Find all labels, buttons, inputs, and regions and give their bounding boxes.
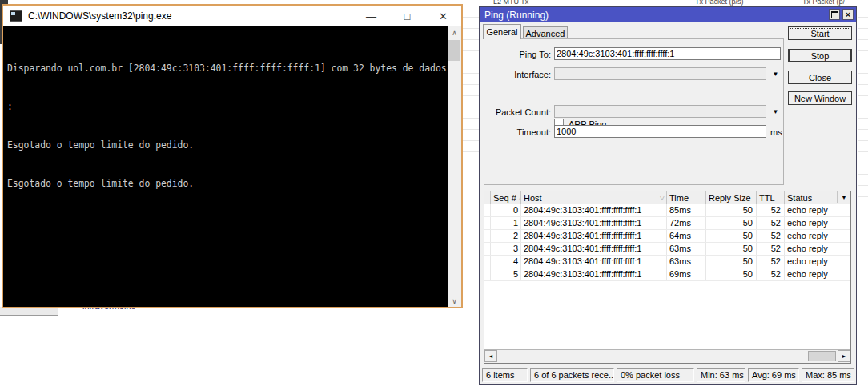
stop-button[interactable]: Stop [788, 49, 852, 62]
cell-ttl: 52 [757, 217, 785, 229]
close-icon: × [846, 10, 850, 19]
close-button[interactable]: Close [788, 71, 852, 84]
cell-time: 85ms [667, 204, 706, 216]
cell-status: echo reply [785, 243, 850, 255]
table-body: 02804:49c:3103:401:ffff:ffff:ffff:185ms5… [484, 204, 850, 281]
ping-window: Ping (Running) × General Advanced Ping T… [479, 6, 857, 385]
host-column-header[interactable]: Host ▽ [521, 191, 667, 204]
cell-status: echo reply [785, 204, 850, 216]
cell-flag [484, 230, 491, 242]
chevron-down-icon[interactable]: ▼ [770, 67, 781, 80]
tab-advanced[interactable]: Advanced [523, 26, 568, 39]
interface-combobox[interactable] [554, 67, 766, 80]
console-window: C:\WINDOWS\system32\ping.exe — □ ✕ Dispa… [2, 4, 463, 308]
packet-count-combobox[interactable] [554, 105, 766, 118]
status-items-count: 6 items [482, 368, 528, 382]
table-row[interactable]: 52804:49c:3103:401:ffff:ffff:ffff:169ms5… [484, 268, 850, 281]
ping-results-table: Seq # △ Host ▽ Time Reply Size TTL Statu… [484, 191, 851, 364]
cell-ttl: 52 [757, 204, 785, 216]
scroll-down-icon[interactable]: ∨ [448, 295, 461, 307]
filter-funnel-icon[interactable]: ▽ [660, 194, 665, 201]
table-row[interactable]: 12804:49c:3103:401:ffff:ffff:ffff:172ms5… [484, 217, 850, 230]
timeout-label: Timeout: [484, 127, 551, 137]
flag-column-header[interactable] [484, 191, 491, 204]
cell-reply_size: 50 [706, 268, 757, 280]
status-packets-received: 6 of 6 packets rece... [530, 368, 614, 382]
status-packet-loss: 0% packet loss [617, 368, 694, 382]
timeout-unit: ms [770, 127, 782, 137]
cell-flag [484, 217, 491, 229]
minimize-button[interactable]: — [353, 6, 389, 26]
scroll-up-icon[interactable]: ∧ [448, 26, 461, 38]
cell-reply_size: 50 [706, 256, 757, 268]
scroll-right-icon[interactable]: ► [838, 350, 850, 362]
cell-time: 63ms [667, 243, 706, 255]
background-table-rows [858, 6, 868, 207]
table-row[interactable]: 22804:49c:3103:401:ffff:ffff:ffff:164ms5… [484, 230, 850, 243]
status-min-time: Min: 63 ms [697, 368, 745, 382]
background-table-header-strip: L2 MTU Tx Tx Packet (p/s) Tx Packet (p/ [479, 0, 868, 6]
table-row[interactable]: 42804:49c:3103:401:ffff:ffff:ffff:163ms5… [484, 256, 850, 268]
cell-flag [484, 204, 491, 216]
cell-flag [484, 243, 491, 255]
close-button[interactable]: ✕ [425, 6, 461, 26]
maximize-button[interactable] [829, 9, 840, 20]
timeout-input[interactable] [554, 125, 766, 138]
console-titlebar[interactable]: C:\WINDOWS\system32\ping.exe — □ ✕ [3, 6, 461, 26]
chevron-down-icon[interactable]: ▼ [770, 105, 781, 118]
seq-header-label: Seq # [493, 193, 516, 203]
cell-status: echo reply [785, 268, 850, 280]
new-window-button[interactable]: New Window [788, 91, 852, 105]
console-line: Esgotado o tempo limite do pedido. [7, 177, 447, 190]
ping-to-input[interactable] [554, 47, 781, 60]
cell-host: 2804:49c:3103:401:ffff:ffff:ffff:1 [521, 256, 667, 268]
maximize-button[interactable]: □ [389, 6, 425, 26]
cell-seq: 0 [491, 204, 521, 216]
cell-reply_size: 50 [706, 230, 757, 242]
status-max-time: Max: 85 ms [802, 368, 854, 382]
cell-flag [484, 256, 491, 268]
ttl-column-header[interactable]: TTL [757, 191, 785, 204]
cell-ttl: 52 [757, 243, 785, 255]
scrollbar-thumb[interactable] [808, 351, 836, 361]
status-avg-time: Avg: 69 ms [748, 368, 799, 382]
console-window-title: C:\WINDOWS\system32\ping.exe [28, 10, 171, 22]
scrollbar-thumb[interactable] [448, 40, 460, 61]
table-row[interactable]: 32804:49c:3103:401:ffff:ffff:ffff:163ms5… [484, 243, 850, 256]
tab-general[interactable]: General [483, 24, 521, 39]
cell-ttl: 52 [757, 230, 785, 242]
host-header-label: Host [524, 193, 542, 203]
background-header-fragment: L2 MTU Tx [493, 0, 528, 6]
close-button[interactable]: × [842, 9, 854, 20]
interface-label: Interface: [484, 70, 551, 79]
table-row[interactable]: 02804:49c:3103:401:ffff:ffff:ffff:185ms5… [484, 204, 850, 217]
time-column-header[interactable]: Time [667, 191, 706, 204]
cell-time: 69ms [667, 268, 706, 280]
cell-time: 64ms [667, 230, 706, 242]
reply-size-column-header[interactable]: Reply Size [706, 191, 757, 204]
console-line: : [7, 100, 447, 113]
console-line: Disparando uol.com.br [2804:49c:3103:401… [7, 62, 447, 75]
scroll-left-icon[interactable]: ◄ [484, 350, 497, 362]
cell-seq: 5 [491, 268, 521, 280]
cell-status: echo reply [785, 230, 850, 242]
cell-seq: 1 [491, 217, 521, 229]
background-header-fragment: Tx Packet (p/s) [695, 0, 744, 6]
cell-host: 2804:49c:3103:401:ffff:ffff:ffff:1 [521, 230, 667, 242]
seq-column-header[interactable]: Seq # △ [491, 191, 521, 204]
console-scrollbar[interactable]: ∧ ∨ [448, 26, 461, 307]
cell-host: 2804:49c:3103:401:ffff:ffff:ffff:1 [521, 243, 667, 255]
ping-window-title: Ping (Running) [484, 10, 549, 21]
ping-titlebar[interactable]: Ping (Running) [480, 7, 856, 22]
console-output: Disparando uol.com.br [2804:49c:3103:401… [3, 26, 448, 307]
table-header: Seq # △ Host ▽ Time Reply Size TTL Statu… [484, 191, 850, 204]
cell-flag [484, 268, 491, 280]
cell-reply_size: 50 [706, 217, 757, 229]
column-menu-button[interactable]: ▼ [837, 191, 850, 203]
cell-ttl: 52 [757, 256, 785, 268]
cell-time: 63ms [667, 256, 706, 268]
ping-form-groupbox: Ping To: Interface: ▼ ARP Ping Packet Co… [484, 38, 784, 185]
horizontal-scrollbar[interactable]: ◄ ► [484, 349, 850, 363]
cell-seq: 4 [491, 256, 521, 268]
start-button[interactable]: Start [788, 26, 852, 40]
